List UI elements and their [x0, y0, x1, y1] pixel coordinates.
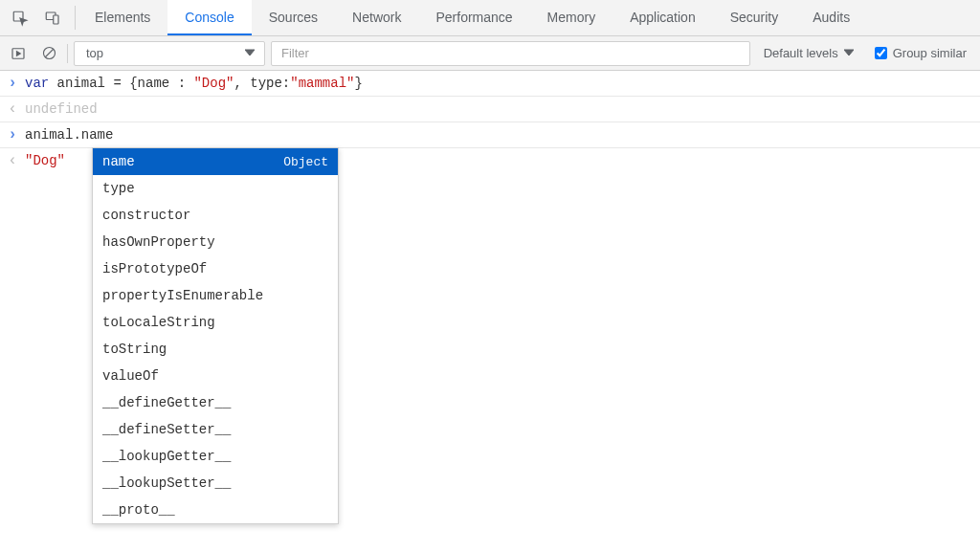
toggle-sidebar-icon[interactable]	[6, 41, 31, 66]
tab-application[interactable]: Application	[612, 0, 713, 35]
line-content: undefined	[25, 100, 98, 118]
tab-elements[interactable]: Elements	[78, 0, 167, 35]
tab-security[interactable]: Security	[713, 0, 796, 35]
svg-rect-2	[54, 15, 58, 24]
autocomplete-type-hint: Object	[283, 155, 328, 169]
autocomplete-item-label: valueOf	[102, 368, 159, 384]
autocomplete-item[interactable]: hasOwnPropertyObject	[93, 229, 338, 255]
autocomplete-item[interactable]: __defineSetter__Object	[93, 416, 338, 443]
console-toolbar: top Default levels Group similar	[0, 36, 980, 71]
line-content: var animal = {name : "Dog", type:"mammal…	[25, 75, 363, 92]
tab-sources[interactable]: Sources	[252, 0, 335, 35]
clear-console-icon[interactable]	[36, 41, 61, 66]
tab-performance[interactable]: Performance	[418, 0, 529, 35]
chevron-down-icon	[844, 46, 854, 60]
autocomplete-item[interactable]: toStringObject	[93, 336, 338, 363]
autocomplete-item[interactable]: constructorObject	[93, 202, 338, 229]
line-content: "Dog"	[25, 152, 65, 169]
prompt-in-icon	[6, 126, 19, 144]
tabs-bar: ElementsConsoleSourcesNetworkPerformance…	[0, 0, 980, 36]
svg-line-6	[45, 49, 54, 57]
devtools-root: ElementsConsoleSourcesNetworkPerformance…	[0, 0, 980, 552]
autocomplete-item[interactable]: propertyIsEnumerableObject	[93, 282, 338, 309]
autocomplete-item-label: __lookupSetter__	[102, 475, 231, 491]
separator	[75, 6, 76, 30]
autocomplete-item[interactable]: __defineGetter__Object	[93, 389, 338, 416]
tab-console[interactable]: Console	[167, 0, 251, 35]
console-output-line: undefined	[0, 96, 980, 121]
panel-tabs: ElementsConsoleSourcesNetworkPerformance…	[78, 0, 867, 35]
svg-marker-8	[844, 50, 854, 55]
autocomplete-item[interactable]: isPrototypeOfObject	[93, 255, 338, 282]
console-input-line: var animal = {name : "Dog", type:"mammal…	[0, 71, 980, 96]
console-body[interactable]: var animal = {name : "Dog", type:"mammal…	[0, 71, 980, 552]
execution-context-value: top	[86, 46, 103, 60]
prompt-out-icon	[6, 100, 19, 118]
autocomplete-item-label: __lookupGetter__	[102, 449, 231, 464]
group-similar-check[interactable]: Group similar	[867, 46, 974, 60]
autocomplete-item-label: __defineGetter__	[102, 395, 231, 410]
autocomplete-item-label: propertyIsEnumerable	[102, 288, 263, 303]
autocomplete-item[interactable]: nameObject	[93, 148, 338, 175]
autocomplete-item-label: toLocaleString	[102, 315, 215, 330]
separator	[67, 44, 68, 63]
autocomplete-item-label: hasOwnProperty	[102, 234, 215, 250]
autocomplete-item[interactable]: valueOfObject	[93, 363, 338, 389]
autocomplete-popup[interactable]: nameObjecttypeObjectconstructorObjecthas…	[92, 147, 339, 524]
group-similar-label: Group similar	[893, 46, 967, 60]
autocomplete-item[interactable]: typeObject	[93, 175, 338, 202]
autocomplete-item[interactable]: __proto__Object	[93, 497, 338, 523]
autocomplete-item-label: type	[102, 181, 135, 196]
tab-memory[interactable]: Memory	[530, 0, 613, 35]
group-similar-checkbox[interactable]	[875, 47, 887, 59]
autocomplete-item-label: __proto__	[102, 502, 175, 518]
log-levels-label: Default levels	[764, 46, 838, 60]
svg-marker-7	[245, 50, 255, 55]
console-input-line: animal.name	[0, 121, 980, 147]
line-content: animal.name	[25, 126, 113, 144]
execution-context-select[interactable]: top	[74, 41, 265, 66]
autocomplete-item-label: name	[102, 154, 135, 169]
svg-marker-4	[17, 51, 21, 55]
autocomplete-item[interactable]: toLocaleStringObject	[93, 309, 338, 336]
autocomplete-item-label: __defineSetter__	[102, 422, 231, 437]
device-toolbar-icon[interactable]	[38, 0, 67, 35]
prompt-in-icon	[6, 75, 19, 92]
tab-audits[interactable]: Audits	[795, 0, 867, 35]
tabs-left-controls	[0, 0, 73, 35]
autocomplete-item[interactable]: __lookupGetter__Object	[93, 443, 338, 470]
autocomplete-item-label: isPrototypeOf	[102, 261, 207, 276]
autocomplete-item-label: toString	[102, 342, 167, 357]
prompt-out-icon	[6, 152, 19, 169]
autocomplete-item-label: constructor	[102, 208, 190, 223]
autocomplete-item[interactable]: __lookupSetter__Object	[93, 470, 338, 497]
chevron-down-icon	[245, 46, 255, 60]
log-levels-select[interactable]: Default levels	[756, 46, 861, 60]
inspect-element-icon[interactable]	[6, 0, 34, 35]
tab-network[interactable]: Network	[335, 0, 418, 35]
filter-input[interactable]	[271, 41, 750, 66]
